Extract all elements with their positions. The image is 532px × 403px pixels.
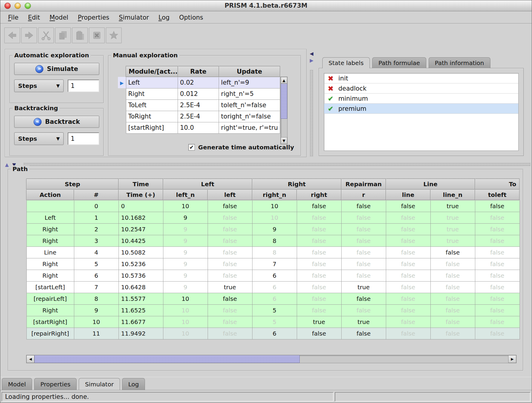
menu-item-log[interactable]: Log [154,14,174,21]
cell-time: 10.4425 [119,235,163,246]
cell-value: 9 [163,223,208,235]
generate-time-checkbox[interactable] [188,144,195,151]
collapse-right-icon[interactable]: ▶ [310,58,313,63]
tab-state-labels[interactable]: State labels [322,57,370,68]
cell-value: false [341,200,386,212]
cell-value: false [208,200,252,212]
menu-item-simulator[interactable]: Simulator [114,14,154,21]
path-row[interactable]: [startLeft]710.64289true6falsetruefalsef… [26,281,520,293]
cell-action: [startLeft] [26,281,74,293]
backtrack-button[interactable]: « Backtrack [14,116,99,128]
manual-row[interactable]: ToLeft2.5E-4toleft_n'=false [118,99,280,111]
simulate-steps-input[interactable] [68,80,99,92]
manual-cell-module: [startRight] [126,122,178,133]
path-row[interactable]: Right310.44259false8falsefalsefalsetruef… [26,235,520,246]
redo-icon[interactable] [21,27,37,43]
cell-value: false [208,304,252,316]
delete-icon[interactable] [89,27,105,43]
minimize-window-icon[interactable] [15,3,21,9]
state-label-item-deadlock[interactable]: ✖deadlock [324,83,518,94]
path-row[interactable]: Right510.52369false7falsefalsefalsefalse… [26,258,520,270]
cell-time: 10.5236 [119,258,163,270]
path-row[interactable]: 0010false10falsefalsefalsetruefalse [26,200,520,212]
path-table-scrollbar[interactable]: ◀ ▶ [26,355,517,363]
tab-properties[interactable]: Properties [34,378,77,390]
path-row[interactable]: Line410.50829false8falsefalsefalsefalsef… [26,246,520,258]
menu-item-options[interactable]: Options [174,14,208,21]
status-message: Loading properties... done. [1,392,334,402]
close-window-icon[interactable] [4,3,11,9]
state-labels-list: ✖init✖deadlock✔minimum✔premium [324,73,519,151]
backtrack-steps-combo[interactable]: Steps ▼ [14,132,64,145]
cell-time: 11.6525 [119,304,163,316]
title-bar[interactable]: PRISM 4.1.beta.r6673M [0,0,532,11]
cut-icon[interactable] [38,27,54,43]
tab-path-information[interactable]: Path information [429,57,490,68]
cell-value: false [208,258,252,270]
cell-value: false [475,223,520,235]
state-label-item-init[interactable]: ✖init [324,73,518,83]
menu-item-model[interactable]: Model [45,14,73,21]
simulate-steps-combo[interactable]: Steps ▼ [14,80,64,92]
tab-path-formulae[interactable]: Path formulae [372,57,426,68]
path-row[interactable]: Right210.25479false9falsefalsefalsetruef… [26,223,520,235]
menu-item-edit[interactable]: Edit [23,14,45,21]
splitter-grip[interactable] [23,163,531,166]
path-row[interactable]: [repairLeft]811.557710false6falsefalsefa… [26,293,520,304]
manual-table-scrollbar[interactable]: ▲ ▼ [280,77,288,144]
tab-model[interactable]: Model [2,378,32,390]
cell-action: [repairRight] [26,328,74,339]
menu-item-properties[interactable]: Properties [73,14,114,21]
scroll-up-icon[interactable]: ▲ [281,77,287,84]
state-label-item-premium[interactable]: ✔premium [324,104,518,114]
cell-value: 9 [163,212,208,223]
manual-row[interactable]: Right0.012right_n'=5 [118,88,280,99]
path-row[interactable]: [repairRight]1111.949210false6falsefalse… [26,328,520,339]
manual-row[interactable]: ▶Left0.02left_n'=9 [118,77,280,88]
cell-value: 8 [252,246,297,258]
manual-row[interactable]: [startRight]10.0right'=true, r'=tru [118,122,280,133]
row-pointer-cell: ▶ [118,77,126,88]
cell-value: false [297,328,341,339]
vertical-splitter[interactable]: ◀ ▶ [308,48,315,158]
cell-value: false [297,281,341,293]
tab-log[interactable]: Log [122,378,145,390]
manual-row[interactable]: ToRight2.5E-4toright_n'=false [118,111,280,122]
cell-value: true [297,316,341,328]
collapse-left-icon[interactable]: ◀ [310,51,313,56]
path-row[interactable]: Right610.57369false6falsefalsefalsefalse… [26,270,520,281]
cell-value: true [430,200,475,212]
scroll-down-icon[interactable]: ▼ [281,137,287,144]
manual-cell-update: right'=true, r'=tru [219,122,280,133]
path-row[interactable]: Right911.652510false5falsefalsefalsefals… [26,304,520,316]
backtrack-steps-input[interactable] [68,132,99,145]
manual-header-spacer [118,66,126,77]
path-row[interactable]: [startRight]1011.667710false5truetruefal… [26,316,520,328]
scroll-left-icon[interactable]: ◀ [26,355,34,363]
simulate-button[interactable]: » Simulate [14,63,99,75]
cell-time: 10.5736 [119,270,163,281]
path-row[interactable]: Left110.16829false10falsefalsefalsetruef… [26,212,520,223]
manual-cell-module: Right [126,88,178,99]
zoom-window-icon[interactable] [25,3,31,9]
generate-time-label: Generate time automatically [198,144,294,151]
horizontal-splitter[interactable]: ▲ ▼ [0,161,532,168]
labels-tab-bar: State labelsPath formulaePath informatio… [322,57,490,68]
cell-value: false [430,281,475,293]
scrollbar-thumb[interactable] [34,355,300,363]
tab-simulator[interactable]: Simulator [79,378,120,390]
path-col-line: line [386,189,430,200]
path-group-right: Right [252,179,341,189]
cell-value: false [341,246,386,258]
copy-icon[interactable] [55,27,71,43]
paste-icon[interactable] [72,27,88,43]
scrollbar-thumb[interactable] [281,84,287,119]
undo-icon[interactable] [4,27,20,43]
cell-value: 9 [163,235,208,246]
menu-item-file[interactable]: File [3,14,23,21]
splitter-grip[interactable] [310,70,313,157]
state-label-item-minimum[interactable]: ✔minimum [324,94,518,104]
scroll-right-icon[interactable]: ▶ [508,355,516,363]
star-icon[interactable] [106,27,122,43]
collapse-up-icon[interactable]: ▲ [5,162,9,167]
